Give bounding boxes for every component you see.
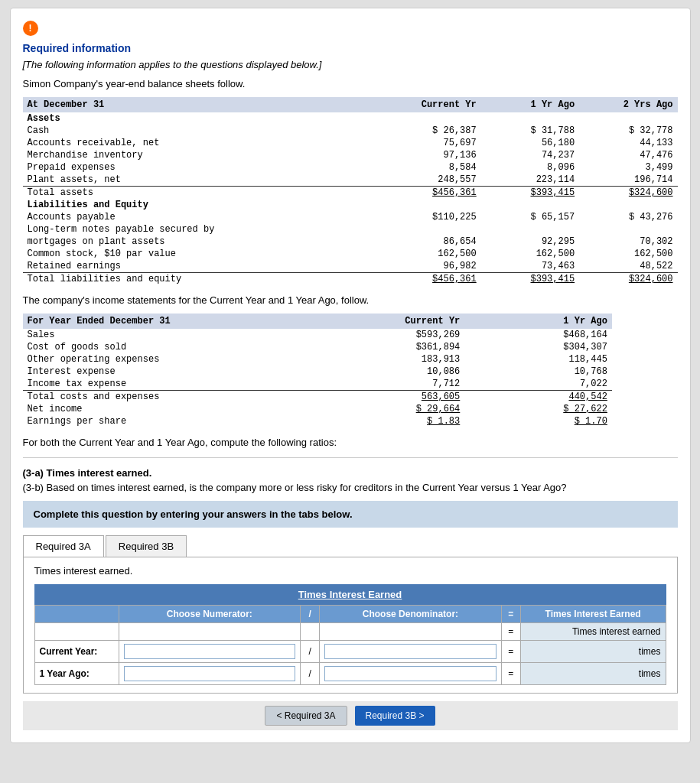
1yr-ago-denominator-input[interactable] — [324, 666, 497, 681]
table-row: Accounts receivable, net 75,697 56,180 4… — [23, 137, 678, 149]
table-row: Cash $ 26,387 $ 31,788 $ 32,778 — [23, 125, 678, 137]
between-tables-text: The company's income statements for the … — [23, 294, 678, 306]
income-statement-table: For Year Ended December 31 Current Yr 1 … — [23, 314, 612, 427]
total-costs-row: Total costs and expenses 563,605 440,542 — [23, 391, 612, 404]
income-header: For Year Ended December 31 Current Yr 1 … — [23, 314, 612, 329]
1yr-ago-numerator-input[interactable] — [124, 666, 296, 681]
balance-sheet-header: At December 31 Current Yr 1 Yr Ago 2 Yrs… — [23, 97, 678, 112]
balance-sheet-table: At December 31 Current Yr 1 Yr Ago 2 Yrs… — [23, 97, 678, 285]
table-row: Merchandise inventory 97,136 74,237 47,4… — [23, 149, 678, 161]
bs-col3-header: 2 Yrs Ago — [579, 97, 677, 112]
times-interest-title: Times Interest Earned — [34, 584, 666, 605]
liabilities-label: Liabilities and Equity — [23, 199, 678, 211]
exclamation-badge: ! — [23, 21, 38, 36]
table-row: Accounts payable $110,225 $ 65,157 $ 43,… — [23, 211, 678, 223]
nav-buttons: < Required 3A Required 3B > — [23, 701, 678, 730]
tab-required-3a[interactable]: Required 3A — [23, 535, 104, 557]
tab-content-label: Times interest earned. — [34, 565, 666, 577]
question-3a: (3-a) Times interest earned. — [23, 467, 678, 479]
required-info-title: Required information — [23, 42, 678, 54]
table-row: Sales $593,269 $468,164 — [23, 329, 612, 341]
compute-text: For both the Current Year and 1 Year Ago… — [23, 437, 678, 448]
main-container: ! Required information [The following in… — [10, 8, 691, 743]
times-interest-section: Times Interest Earned Choose Numerator: … — [34, 584, 666, 685]
net-income-row: Net income $ 29,664 $ 27,622 — [23, 403, 612, 415]
bs-col2-header: 1 Yr Ago — [481, 97, 579, 112]
current-year-denominator-input[interactable] — [324, 644, 497, 659]
total-assets-row: Total assets $456,361 $393,415 $324,600 — [23, 187, 678, 200]
bs-col0-header: At December 31 — [23, 97, 383, 112]
eps-row: Earnings per share $ 1.83 $ 1.70 — [23, 415, 612, 427]
tab-content-area: Times interest earned. Times Interest Ea… — [23, 557, 678, 694]
table-row: Long-term notes payable secured by — [23, 223, 678, 236]
tab-required-3b[interactable]: Required 3B — [106, 535, 187, 557]
assets-header-row: Assets — [23, 112, 678, 125]
tabs-container: Required 3A Required 3B — [23, 535, 678, 557]
table-row: Prepaid expenses 8,584 8,096 3,499 — [23, 161, 678, 174]
tie-1yr-ago-row: 1 Year Ago: / = times — [34, 663, 666, 685]
bs-col1-header: Current Yr — [383, 97, 480, 112]
next-button[interactable]: Required 3B > — [355, 706, 435, 726]
question-3b: (3-b) Based on times interest earned, is… — [23, 482, 678, 493]
tie-current-year-row: Current Year: / = times — [34, 641, 666, 663]
table-row: Retained earnings 96,982 73,463 48,522 — [23, 260, 678, 273]
table-row: Cost of goods sold $361,894 $304,307 — [23, 341, 612, 353]
table-row: Common stock, $10 par value 162,500 162,… — [23, 248, 678, 260]
assets-label: Assets — [23, 112, 678, 125]
table-row: Income tax expense 7,712 7,022 — [23, 378, 612, 391]
intro-text: Simon Company's year-end balance sheets … — [23, 78, 678, 89]
liabilities-header-row: Liabilities and Equity — [23, 199, 678, 211]
section-divider — [23, 457, 678, 458]
table-row: Other operating expenses 183,913 118,445 — [23, 353, 612, 366]
total-liabilities-row: Total liabilities and equity $456,361 $3… — [23, 273, 678, 286]
prev-button[interactable]: < Required 3A — [265, 706, 347, 726]
table-row: Plant assets, net 248,557 223,114 196,71… — [23, 174, 678, 187]
tie-header-row: Choose Numerator: / Choose Denominator: … — [34, 606, 666, 623]
tie-subheader-row: = Times interest earned — [34, 623, 666, 641]
table-row: Interest expense 10,086 10,768 — [23, 366, 612, 378]
italic-note: [The following information applies to th… — [23, 59, 678, 70]
current-year-numerator-input[interactable] — [124, 644, 296, 659]
complete-banner: Complete this question by entering your … — [23, 501, 678, 528]
tie-table: Choose Numerator: / Choose Denominator: … — [34, 605, 666, 685]
table-row: mortgages on plant assets 86,654 92,295 … — [23, 236, 678, 248]
